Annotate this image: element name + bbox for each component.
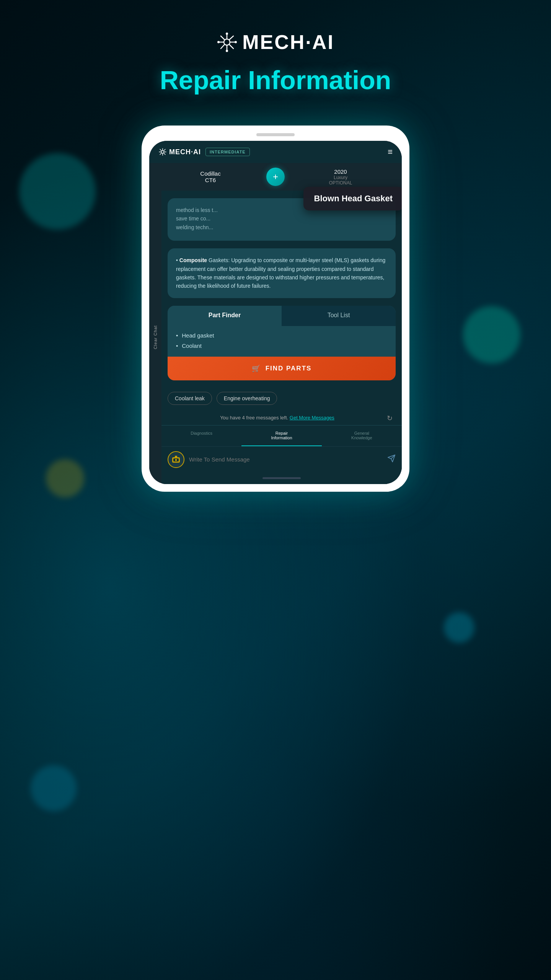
part-2-name: Coolant [182, 342, 202, 349]
vehicle-year-info[interactable]: 2020 Luxury OPTIONAL [289, 168, 393, 186]
phone-mockup: MECH·AI INTERMEDIATE ≡ Codillac CT6 + 20… [142, 126, 409, 492]
blown-head-gasket-tooltip: Blown Head Gasket [303, 187, 402, 210]
obd-avatar [168, 451, 184, 468]
add-vehicle-button[interactable]: + [266, 168, 285, 186]
parts-list: Head gasket Coolant [168, 326, 396, 357]
svg-line-6 [229, 44, 233, 49]
svg-rect-25 [175, 456, 177, 458]
svg-point-12 [235, 41, 237, 43]
home-indicator [161, 473, 402, 484]
phone-speaker [256, 133, 295, 136]
logo-circuit-icon [217, 32, 238, 53]
cart-icon: 🛒 [252, 364, 261, 373]
svg-point-11 [217, 41, 220, 43]
nav-diagnostics[interactable]: Diagnostics [161, 426, 241, 446]
header-logo: MECH·AI [158, 148, 201, 156]
app-header: MECH·AI INTERMEDIATE ≡ [149, 141, 402, 163]
nav-repair-information[interactable]: RepairInformation [241, 426, 321, 446]
phone-screen: MECH·AI INTERMEDIATE ≡ Codillac CT6 + 20… [149, 141, 402, 484]
app-name: MECH·AI [242, 31, 334, 54]
header-left: MECH·AI INTERMEDIATE [158, 148, 250, 156]
app-body: Clear Chat method is less t...save time … [149, 191, 402, 484]
svg-line-18 [160, 149, 161, 151]
send-icon [387, 454, 396, 463]
nav-repair-label: RepairInformation [271, 431, 292, 440]
part-1-name: Head gasket [182, 332, 214, 339]
composite-gaskets-text: • Composite Gaskets: Upgrading to compos… [176, 256, 387, 290]
svg-line-8 [221, 44, 225, 49]
menu-button[interactable]: ≡ [388, 148, 393, 156]
svg-line-5 [221, 36, 225, 40]
send-button[interactable] [387, 454, 396, 465]
nav-general-knowledge[interactable]: GeneralKnowledge [322, 426, 402, 446]
svg-point-10 [226, 50, 228, 52]
chat-area: method is less t...save time co...weldin… [161, 191, 402, 484]
find-parts-label: FIND PARTS [266, 365, 312, 372]
composite-rest: Gaskets: Upgrading to composite or multi… [176, 257, 385, 289]
part-item-2: Coolant [176, 342, 387, 349]
part-item-1: Head gasket [176, 332, 387, 339]
suggestions-row: Coolant leak Engine overheating [161, 386, 402, 410]
content-wrapper: MECH·AI Repair Information [0, 0, 551, 492]
suggestion-chip-1[interactable]: Coolant leak [168, 392, 212, 405]
get-more-messages-link[interactable]: Get More Messages [290, 415, 334, 421]
clear-chat-label: Clear Chat [153, 325, 158, 349]
svg-point-13 [161, 151, 164, 153]
part-finder-card: Part Finder Tool List Head gasket Coolan… [168, 306, 396, 380]
tabs-row: Part Finder Tool List [168, 306, 396, 326]
composite-bold: Composite [179, 257, 207, 263]
tooltip-text: Blown Head Gasket [314, 194, 393, 203]
page-title: Repair Information [160, 65, 391, 95]
svg-line-20 [164, 149, 165, 151]
skill-badge: INTERMEDIATE [205, 148, 250, 156]
home-bar [262, 477, 301, 479]
bokeh-4 [444, 612, 474, 643]
svg-line-21 [160, 153, 161, 155]
header-logo-text: MECH·AI [169, 148, 201, 156]
svg-point-24 [175, 459, 177, 461]
message-bubble-2: • Composite Gaskets: Upgrading to compos… [168, 248, 396, 298]
tab-part-finder[interactable]: Part Finder [168, 306, 282, 326]
bokeh-5 [31, 765, 77, 811]
vehicle-make: Codillac [158, 170, 262, 177]
logo-area: MECH·AI [217, 31, 334, 54]
clear-chat-button[interactable]: Clear Chat [149, 191, 161, 484]
suggestion-chip-2[interactable]: Engine overheating [217, 392, 277, 405]
svg-line-7 [229, 36, 233, 40]
bullet-icon-1: • [176, 257, 179, 263]
svg-point-9 [226, 33, 228, 35]
vehicle-optional: OPTIONAL [289, 180, 393, 186]
svg-line-19 [164, 153, 165, 155]
free-messages-bar: You have 4 free messages left. Get More … [161, 410, 402, 425]
free-messages-text: You have 4 free messages left. [220, 415, 288, 421]
vehicle-make-model[interactable]: Codillac CT6 [158, 170, 262, 183]
nav-general-label: GeneralKnowledge [351, 431, 372, 440]
message-bubble-1: method is less t...save time co...weldin… [168, 198, 396, 241]
vehicle-model: CT6 [158, 177, 262, 183]
refresh-button[interactable]: ↻ [387, 414, 393, 422]
tab-tool-list[interactable]: Tool List [282, 306, 396, 326]
find-parts-button[interactable]: 🛒 FIND PARTS [168, 357, 396, 380]
obd-icon [171, 454, 181, 465]
bottom-nav: Diagnostics RepairInformation GeneralKno… [161, 425, 402, 446]
header-circuit-icon [158, 148, 167, 156]
message-input[interactable] [189, 456, 383, 463]
message-input-row [161, 446, 402, 473]
vehicle-year: 2020 [289, 168, 393, 175]
vehicle-tier: Luxury [289, 175, 393, 180]
